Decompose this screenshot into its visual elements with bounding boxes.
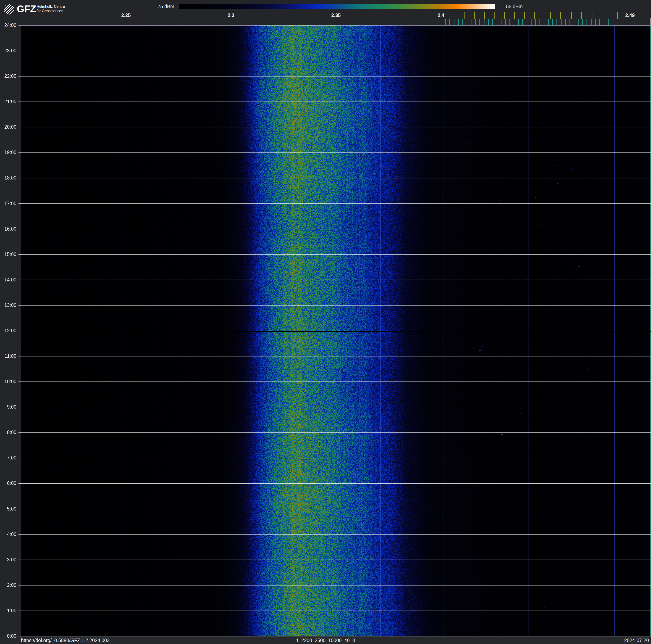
freq-tick bbox=[42, 18, 42, 25]
dataset-filename: 1_2200_2500_10000_40_0 bbox=[0, 638, 651, 643]
colorbar-min-label: -75 dBm bbox=[145, 4, 174, 9]
marker-tick-teal bbox=[522, 19, 523, 25]
marker-tick-teal bbox=[591, 19, 592, 25]
gridlines-overlay bbox=[19, 25, 651, 637]
hour-label: 8:00 bbox=[0, 430, 17, 435]
marker-tick-teal bbox=[552, 19, 553, 25]
marker-tick-yellow bbox=[560, 12, 561, 19]
hour-label: 18:00 bbox=[0, 175, 17, 181]
marker-tick-teal bbox=[548, 19, 549, 25]
marker-tick-teal bbox=[488, 19, 489, 25]
hour-label: 13:00 bbox=[0, 302, 17, 308]
marker-tick-teal bbox=[565, 19, 566, 25]
marker-tick-yellow bbox=[464, 12, 465, 19]
marker-tick-teal bbox=[514, 19, 514, 25]
hour-label: 1:00 bbox=[0, 608, 17, 614]
colorbar-max-label: -55 dBm bbox=[504, 4, 523, 9]
marker-tick-yellow bbox=[504, 12, 505, 19]
freq-tick-label: 2.4 bbox=[428, 12, 454, 18]
logo-subtitle: Helmholtz Centre for Geosciences bbox=[36, 4, 65, 13]
hour-label: 15:00 bbox=[0, 252, 17, 257]
plot-date: 2024-07-20 bbox=[624, 638, 649, 643]
freq-tick-label: 2.49 bbox=[617, 12, 643, 18]
marker-tick-teal bbox=[608, 19, 609, 25]
marker-tick-yellow bbox=[484, 12, 485, 19]
freq-tick-label: 2.3 bbox=[218, 12, 244, 18]
hour-label: 10:00 bbox=[0, 379, 17, 384]
marker-tick-teal bbox=[587, 19, 587, 25]
marker-tick-teal bbox=[544, 19, 544, 25]
marker-tick-teal bbox=[569, 19, 570, 25]
freq-tick bbox=[84, 18, 84, 25]
freq-tick bbox=[441, 18, 441, 25]
hour-label: 22:00 bbox=[0, 74, 17, 79]
freq-tick bbox=[315, 18, 315, 25]
marker-tick-teal bbox=[599, 19, 600, 25]
hour-label: 3:00 bbox=[0, 557, 17, 563]
logo-text: GFZ bbox=[17, 3, 36, 14]
marker-tick-teal bbox=[501, 19, 501, 25]
marker-tick-teal bbox=[458, 19, 459, 25]
freq-tick bbox=[231, 18, 231, 25]
colorbar-gradient bbox=[179, 4, 495, 9]
logo-subtitle-line2: for Geosciences bbox=[36, 9, 65, 13]
marker-tick-teal bbox=[484, 19, 485, 25]
freq-tick bbox=[252, 18, 252, 25]
hour-label: 12:00 bbox=[0, 328, 17, 333]
marker-tick-teal bbox=[557, 19, 557, 25]
hour-label: 2:00 bbox=[0, 582, 17, 588]
hour-label: 21:00 bbox=[0, 99, 17, 105]
freq-tick bbox=[336, 18, 336, 25]
marker-tick-teal bbox=[539, 19, 540, 25]
hour-label: 5:00 bbox=[0, 506, 17, 512]
hour-label: 14:00 bbox=[0, 277, 17, 283]
marker-tick-teal bbox=[509, 19, 510, 25]
marker-tick-teal bbox=[578, 19, 579, 25]
freq-tick-label: 2.25 bbox=[114, 12, 138, 18]
marker-tick-teal bbox=[445, 19, 446, 25]
marker-tick-yellow bbox=[534, 12, 535, 19]
freq-tick bbox=[126, 18, 126, 25]
gfz-logo-icon bbox=[4, 4, 14, 14]
marker-tick-teal bbox=[574, 19, 575, 25]
marker-tick-yellow bbox=[571, 12, 571, 19]
marker-tick-teal bbox=[582, 19, 583, 25]
freq-tick bbox=[189, 18, 189, 25]
hour-label: 9:00 bbox=[0, 404, 17, 410]
hour-label: 0:00 bbox=[0, 633, 17, 639]
hour-label: 17:00 bbox=[0, 201, 17, 206]
marker-tick-teal bbox=[561, 19, 562, 25]
marker-tick-yellow bbox=[494, 12, 495, 19]
freq-tick bbox=[63, 18, 63, 25]
hour-label: 16:00 bbox=[0, 226, 17, 232]
freq-tick bbox=[630, 18, 630, 25]
logo-subtitle-line1: Helmholtz Centre bbox=[36, 4, 65, 9]
marker-tick-teal bbox=[535, 19, 536, 25]
hour-label: 20:00 bbox=[0, 124, 17, 130]
hour-label: 24:00 bbox=[0, 23, 17, 28]
marker-tick-teal bbox=[497, 19, 497, 25]
freq-tick bbox=[21, 18, 21, 25]
marker-tick-teal bbox=[479, 19, 480, 25]
freq-tick bbox=[378, 18, 378, 25]
marker-tick-teal bbox=[475, 19, 476, 25]
marker-tick-yellow bbox=[617, 12, 618, 19]
marker-tick-teal bbox=[454, 19, 455, 25]
marker-tick-teal bbox=[604, 19, 604, 25]
marker-tick-teal bbox=[527, 19, 527, 25]
marker-tick-yellow bbox=[514, 12, 515, 19]
freq-tick-label: 2.35 bbox=[323, 12, 349, 18]
hour-label: 11:00 bbox=[0, 353, 17, 359]
freq-tick bbox=[420, 18, 420, 25]
marker-tick-teal bbox=[450, 19, 450, 25]
marker-tick-yellow bbox=[581, 12, 582, 19]
marker-tick-yellow bbox=[524, 12, 525, 19]
hour-label: 7:00 bbox=[0, 455, 17, 461]
marker-tick-teal bbox=[518, 19, 519, 25]
marker-tick-teal bbox=[462, 19, 463, 25]
marker-tick-teal bbox=[467, 19, 467, 25]
hour-label: 4:00 bbox=[0, 531, 17, 537]
marker-tick-teal bbox=[531, 19, 531, 25]
marker-tick-teal bbox=[492, 19, 493, 25]
freq-tick bbox=[357, 18, 357, 25]
